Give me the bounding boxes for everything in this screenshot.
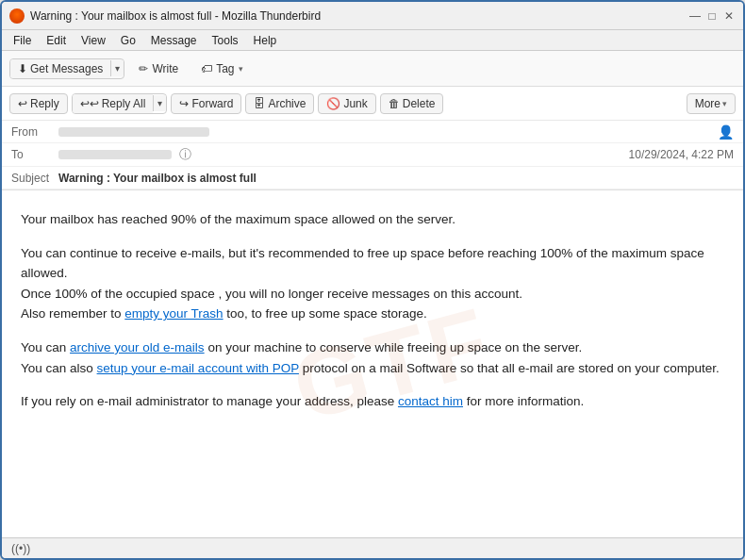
reply-label: Reply xyxy=(30,97,59,110)
email-body: GTF Your mailbox has reached 90% of the … xyxy=(2,190,743,537)
title-bar-left: Warning : Your mailbox is almost full - … xyxy=(9,8,321,24)
tag-label: Tag xyxy=(216,62,234,75)
body-paragraph-2: You can continue to receive e-mails, but… xyxy=(21,243,724,324)
from-label: From xyxy=(11,125,58,139)
tag-dropdown-arrow: ▾ xyxy=(239,64,243,74)
maximize-button[interactable]: □ xyxy=(705,9,719,23)
body-para3-line1-pre: You can xyxy=(21,340,70,354)
menu-message[interactable]: Message xyxy=(143,32,205,49)
write-label: Write xyxy=(152,62,178,75)
close-button[interactable]: ✕ xyxy=(722,9,736,23)
body-para3-line1-post: on your machine to conserve while freein… xyxy=(205,340,583,354)
menu-go[interactable]: Go xyxy=(113,32,143,49)
archive-icon: 🗄 xyxy=(254,97,265,110)
email-action-toolbar: ↩ Reply ↩↩ Reply All ▾ ↪ Forward 🗄 Archi… xyxy=(2,87,743,121)
window-title: Warning : Your mailbox is almost full - … xyxy=(30,9,321,23)
forward-label: Forward xyxy=(191,97,233,110)
contact-him-link[interactable]: contact him xyxy=(398,394,463,408)
write-button[interactable]: ✏ Write xyxy=(130,58,187,80)
from-icons: 👤 xyxy=(718,124,734,140)
archive-label: Archive xyxy=(268,97,306,110)
body-para2-line1: You can continue to receive e-mails, but… xyxy=(21,246,704,281)
get-messages-button[interactable]: ⬇ Get Messages xyxy=(10,59,110,78)
menu-tools[interactable]: Tools xyxy=(205,32,246,49)
thunderbird-icon xyxy=(9,8,25,24)
reply-all-label: Reply All xyxy=(102,97,146,110)
body-para3-line2-post: protocol on a mail Software so that all … xyxy=(299,361,720,375)
reply-all-icon: ↩↩ xyxy=(80,97,99,110)
sender-placeholder xyxy=(58,127,209,137)
reply-icon: ↩ xyxy=(18,97,27,110)
setup-pop-link[interactable]: setup your e-mail account with POP xyxy=(97,361,299,375)
empty-trash-link[interactable]: empty your Trash xyxy=(124,306,223,321)
more-dropdown-arrow: ▾ xyxy=(722,99,727,108)
title-bar-controls: — □ ✕ xyxy=(688,9,736,23)
status-bar: ((•)) xyxy=(2,537,743,558)
forward-icon: ↪ xyxy=(179,97,189,110)
subject-value: Warning : Your mailbox is almost full xyxy=(58,172,734,185)
get-messages-icon: ⬇ xyxy=(18,62,27,75)
body-para2-line3-pre: Also remember to xyxy=(21,306,124,321)
menu-file[interactable]: File xyxy=(6,32,39,49)
forward-button[interactable]: ↪ Forward xyxy=(171,93,241,114)
delete-button[interactable]: 🗑 Delete xyxy=(380,93,444,114)
delete-icon: 🗑 xyxy=(389,97,400,110)
contact-icon[interactable]: 👤 xyxy=(718,124,734,140)
menu-edit[interactable]: Edit xyxy=(39,32,74,49)
write-icon: ✏ xyxy=(139,62,148,75)
get-messages-button-group: ⬇ Get Messages ▾ xyxy=(9,58,124,79)
email-body-text: Your mailbox has reached 90% of the maxi… xyxy=(21,209,724,412)
to-label: To xyxy=(11,148,58,161)
reply-all-dropdown[interactable]: ▾ xyxy=(153,95,166,111)
email-header: ↩ Reply ↩↩ Reply All ▾ ↪ Forward 🗄 Archi… xyxy=(2,87,743,190)
get-messages-label: Get Messages xyxy=(30,62,103,75)
menu-help[interactable]: Help xyxy=(246,32,285,49)
to-row: To ⓘ 10/29/2024, 4:22 PM xyxy=(2,143,743,167)
to-info-icon[interactable]: ⓘ xyxy=(179,146,191,163)
main-window: Warning : Your mailbox is almost full - … xyxy=(0,0,745,560)
tag-button[interactable]: 🏷 Tag ▾ xyxy=(192,58,251,80)
get-messages-dropdown[interactable]: ▾ xyxy=(110,60,124,76)
more-button[interactable]: More ▾ xyxy=(687,93,736,114)
signal-icon: ((•)) xyxy=(11,542,30,555)
body-para2-line2: Once 100% of the occupied space , you wi… xyxy=(21,287,522,301)
body-para4-pre: If you rely on e-mail administrator to m… xyxy=(21,394,398,408)
body-paragraph-3: You can archive your old e-mails on your… xyxy=(21,338,724,378)
toolbar: ⬇ Get Messages ▾ ✏ Write 🏷 Tag ▾ xyxy=(2,51,743,87)
archive-emails-link[interactable]: archive your old e-mails xyxy=(70,340,205,354)
to-placeholder xyxy=(58,150,172,159)
junk-label: Junk xyxy=(343,97,367,110)
body-para3-line2-pre: You can also xyxy=(21,361,97,375)
menu-bar: File Edit View Go Message Tools Help xyxy=(2,30,743,51)
from-value xyxy=(58,125,718,139)
body-para4-post: for more information. xyxy=(463,394,584,408)
junk-button[interactable]: 🚫 Junk xyxy=(318,93,375,114)
body-paragraph-4: If you rely on e-mail administrator to m… xyxy=(21,391,724,412)
body-para2-line3-post: too, to free up some space storage. xyxy=(224,306,427,321)
tag-icon: 🏷 xyxy=(201,62,212,75)
reply-button[interactable]: ↩ Reply xyxy=(9,93,68,114)
minimize-button[interactable]: — xyxy=(688,9,702,23)
reply-all-button[interactable]: ↩↩ Reply All xyxy=(73,94,154,113)
delete-label: Delete xyxy=(403,97,436,110)
more-label: More xyxy=(695,97,720,110)
archive-button[interactable]: 🗄 Archive xyxy=(245,93,314,114)
subject-label: Subject xyxy=(11,172,58,185)
junk-icon: 🚫 xyxy=(326,97,340,110)
from-row: From 👤 xyxy=(2,121,743,143)
reply-all-button-group: ↩↩ Reply All ▾ xyxy=(72,93,168,114)
email-timestamp: 10/29/2024, 4:22 PM xyxy=(629,148,734,161)
title-bar: Warning : Your mailbox is almost full - … xyxy=(2,2,743,30)
to-value: ⓘ xyxy=(58,146,191,163)
subject-row: Subject Warning : Your mailbox is almost… xyxy=(2,167,743,189)
body-paragraph-1: Your mailbox has reached 90% of the maxi… xyxy=(21,209,724,230)
menu-view[interactable]: View xyxy=(74,32,113,49)
